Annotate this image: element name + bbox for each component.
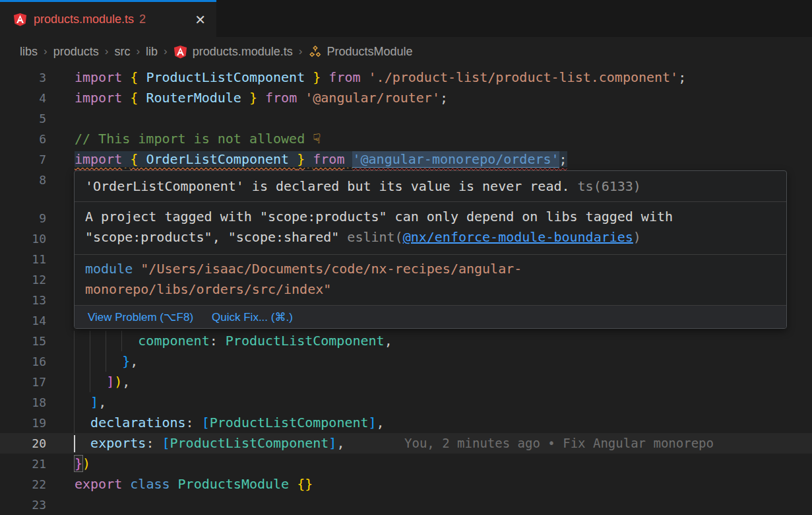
code-text: }) [75, 454, 90, 474]
code-text: declarations: [ProductListComponent], [75, 413, 385, 433]
view-problem-button[interactable]: View Problem (⌥F8) [88, 310, 193, 324]
breadcrumb-label: src [114, 45, 130, 59]
indent-guide [90, 331, 90, 351]
code-line-7[interactable]: 7import { OrderListComponent } from '@an… [0, 149, 812, 170]
breadcrumb-label: ProductsModule [327, 45, 413, 59]
line-number: 17 [0, 372, 46, 392]
line-number: 11 [0, 249, 46, 269]
angular-icon [13, 13, 27, 26]
code-text: export class ProductsModule {} [75, 474, 313, 495]
line-number: 20 [0, 433, 46, 454]
code-text: import { RouterModule } from '@angular/r… [75, 88, 448, 108]
breadcrumb-item-lib[interactable]: lib [146, 45, 158, 59]
breadcrumb-separator: › [164, 45, 168, 58]
code-line-18[interactable]: 18 ], [0, 392, 812, 413]
code-line-6[interactable]: 6// This import is not allowed ☟ [0, 129, 812, 149]
hover-section-2: A project tagged with "scope:products" c… [75, 202, 786, 255]
line-number: 9 [0, 208, 46, 228]
breadcrumb-label: products.module.ts [193, 45, 293, 59]
hover-text-line: monorepo/libs/orders/src/index" [85, 279, 786, 300]
hover-text-line: 'OrderListComponent' is declared but its… [85, 176, 786, 197]
hover-text-line: "scope:products", "scope:shared" eslint(… [85, 227, 786, 248]
code-line-20[interactable]: 20 exports: [ProductListComponent],You, … [0, 433, 812, 454]
indent-guide [106, 351, 106, 372]
hover-section-3: module "/Users/isaac/Documents/code/nx-r… [75, 255, 786, 306]
code-line-23[interactable]: 23 [0, 495, 812, 515]
code-text: // This import is not allowed ☟ [75, 129, 321, 149]
line-number: 12 [0, 269, 46, 290]
tab-products-module[interactable]: products.module.ts 2 ✕ [0, 0, 216, 37]
tab-title: products.module.ts [34, 13, 134, 26]
error-hover-popup: 'OrderListComponent' is declared but its… [74, 170, 787, 329]
indent-guide [74, 413, 75, 433]
indent-guide [74, 351, 75, 372]
line-number: 3 [0, 67, 46, 88]
angular-icon [173, 45, 187, 59]
code-line-4[interactable]: 4import { RouterModule } from '@angular/… [0, 88, 812, 108]
code-line-16[interactable]: 16 }, [0, 351, 812, 372]
hover-text-line: module "/Users/isaac/Documents/code/nx-r… [85, 259, 786, 279]
line-number: 22 [0, 474, 46, 495]
line-number: 7 [0, 149, 46, 170]
indent-guide [106, 331, 106, 351]
git-blame-annotation: You, 2 minutes ago • Fix Angular monorep… [404, 433, 714, 454]
code-line-3[interactable]: 3import { ProductListComponent } from '.… [0, 67, 812, 88]
breadcrumb-separator: › [136, 45, 140, 58]
quick-fix-button[interactable]: Quick Fix... (⌘.) [212, 310, 293, 324]
breadcrumb-separator: › [105, 45, 109, 58]
line-number: 16 [0, 351, 46, 372]
line-number: 10 [0, 228, 46, 249]
line-number: 4 [0, 88, 46, 108]
line-number: 19 [0, 413, 46, 433]
breadcrumb-item-productsmodule[interactable]: ProductsModule [309, 45, 413, 59]
indent-guide [74, 372, 75, 392]
code-text: ]), [75, 372, 130, 392]
breadcrumb-item-libs[interactable]: libs [20, 45, 38, 59]
breadcrumb-item-products.module.ts[interactable]: products.module.ts [173, 45, 293, 59]
code-line-17[interactable]: 17 ]), [0, 372, 812, 392]
indent-guide [90, 351, 90, 372]
breadcrumb-label: products [53, 45, 99, 59]
breadcrumb: libs›products›src›lib›products.module.ts… [0, 37, 812, 66]
line-number: 5 [0, 108, 46, 129]
text-cursor [74, 435, 75, 452]
breadcrumb-separator: › [44, 45, 47, 58]
line-number: 14 [0, 310, 46, 331]
code-line-22[interactable]: 22export class ProductsModule {} [0, 474, 812, 495]
breadcrumb-label: libs [20, 45, 38, 59]
code-text: component: ProductListComponent, [75, 331, 392, 351]
hover-text-line: A project tagged with "scope:products" c… [85, 207, 786, 227]
breadcrumb-item-src[interactable]: src [114, 45, 130, 59]
code-line-19[interactable]: 19 declarations: [ProductListComponent], [0, 413, 812, 433]
line-number: 21 [0, 454, 46, 474]
breadcrumb-item-products[interactable]: products [53, 45, 99, 59]
angular-module-icon [309, 45, 322, 58]
line-number: 8 [0, 170, 46, 190]
code-text: exports: [ProductListComponent], [75, 433, 344, 454]
code-text: import { ProductListComponent } from './… [75, 67, 686, 88]
indent-guide [90, 372, 90, 392]
breadcrumb-separator: › [299, 45, 303, 58]
line-number: 18 [0, 392, 46, 413]
breadcrumb-label: lib [146, 45, 158, 59]
indent-guide [74, 392, 75, 413]
code-text: }, [75, 351, 138, 372]
indent-guide [74, 331, 75, 351]
hover-section-1: 'OrderListComponent' is declared but its… [75, 171, 786, 202]
code-line-21[interactable]: 21}) [0, 454, 812, 474]
line-number: 23 [0, 495, 46, 515]
code-line-5[interactable]: 5 [0, 108, 812, 129]
code-text: ], [75, 392, 106, 413]
hover-action-bar: View Problem (⌥F8)Quick Fix... (⌘.) [75, 306, 786, 328]
tab-bar: products.module.ts 2 ✕ [0, 0, 812, 37]
indent-guide [121, 331, 122, 351]
line-number: 6 [0, 129, 46, 149]
code-text: import { OrderListComponent } from '@ang… [75, 149, 567, 170]
eslint-rule-link[interactable]: @nx/enforce-module-boundaries [403, 229, 633, 245]
line-number: 15 [0, 331, 46, 351]
tab-dirty-count-badge: 2 [139, 13, 146, 26]
line-number: 13 [0, 290, 46, 310]
close-icon[interactable]: ✕ [192, 12, 208, 28]
